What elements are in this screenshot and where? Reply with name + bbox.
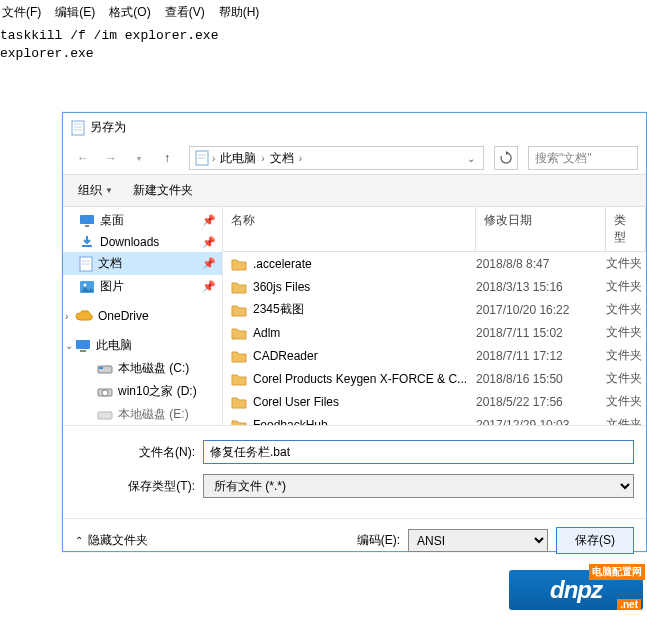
file-name: 2345截图 — [253, 301, 304, 318]
dialog-title-bar: 另存为 — [63, 113, 646, 142]
file-row[interactable]: FeedbackHub2017/12/29 10:03文件夹 — [223, 413, 646, 425]
menu-edit[interactable]: 编辑(E) — [55, 4, 95, 21]
refresh-button[interactable] — [494, 146, 518, 170]
file-name: Adlm — [253, 326, 280, 340]
svg-rect-16 — [80, 350, 86, 352]
chevron-down-icon: ⌄ — [65, 340, 73, 351]
list-header: 名称 修改日期 类型 — [223, 207, 646, 252]
folder-icon — [231, 395, 247, 409]
file-type: 文件夹 — [606, 347, 646, 364]
watermark-net: .net — [617, 599, 641, 610]
svg-rect-18 — [99, 367, 103, 369]
col-name[interactable]: 名称 — [223, 207, 476, 251]
sidebar-item-label: 文档 — [98, 255, 122, 272]
file-type: 文件夹 — [606, 393, 646, 410]
sidebar-item-this-pc[interactable]: ⌄ 此电脑 — [63, 334, 222, 357]
desktop-icon — [79, 214, 95, 228]
encoding-select[interactable]: ANSI — [408, 529, 548, 552]
hide-folders-toggle[interactable]: ⌃ 隐藏文件夹 — [75, 532, 148, 549]
file-date: 2018/5/22 17:56 — [476, 395, 606, 409]
file-date: 2018/7/11 15:02 — [476, 326, 606, 340]
chevron-up-icon: ⌃ — [75, 535, 83, 546]
col-type[interactable]: 类型 — [606, 207, 646, 251]
filetype-select[interactable]: 所有文件 (*.*) — [203, 474, 634, 498]
search-input[interactable]: 搜索"文档" — [528, 146, 638, 170]
sidebar-item-drive-e[interactable]: 本地磁盘 (E:) — [63, 403, 222, 425]
toolbar: 组织▼ 新建文件夹 — [63, 174, 646, 207]
file-row[interactable]: CADReader2018/7/11 17:12文件夹 — [223, 344, 646, 367]
file-type: 文件夹 — [606, 416, 646, 425]
folder-icon — [231, 303, 247, 317]
file-list: 名称 修改日期 类型 .accelerate2018/8/8 8:47文件夹36… — [223, 207, 646, 425]
file-row[interactable]: 360js Files2018/3/13 15:16文件夹 — [223, 275, 646, 298]
file-row[interactable]: 2345截图2017/10/20 16:22文件夹 — [223, 298, 646, 321]
menu-format[interactable]: 格式(O) — [109, 4, 150, 21]
sidebar-item-pictures[interactable]: 图片 📌 — [63, 275, 222, 298]
recent-dropdown[interactable]: ▾ — [127, 146, 151, 170]
file-type: 文件夹 — [606, 324, 646, 341]
computer-icon — [75, 339, 91, 353]
menu-help[interactable]: 帮助(H) — [219, 4, 260, 21]
file-date: 2017/10/20 16:22 — [476, 303, 606, 317]
document-icon — [195, 150, 209, 166]
folder-icon — [231, 372, 247, 386]
file-row[interactable]: Corel Products Keygen X-FORCE & C...2018… — [223, 367, 646, 390]
notepad-menu: 文件(F) 编辑(E) 格式(O) 查看(V) 帮助(H) — [0, 0, 647, 25]
form-area: 文件名(N): 保存类型(T): 所有文件 (*.*) — [63, 426, 646, 518]
file-type: 文件夹 — [606, 370, 646, 387]
col-date[interactable]: 修改日期 — [476, 207, 606, 251]
svg-rect-8 — [85, 225, 89, 227]
drive-icon — [97, 386, 113, 398]
cloud-icon — [75, 310, 93, 322]
watermark-logo: 电脑配置网 dnpz .net — [509, 570, 643, 610]
address-bar[interactable]: › 此电脑 › 文档 › ⌄ — [189, 146, 484, 170]
svg-rect-0 — [72, 121, 84, 135]
organize-button[interactable]: 组织▼ — [73, 179, 118, 202]
file-date: 2017/12/29 10:03 — [476, 418, 606, 426]
picture-icon — [79, 280, 95, 294]
sidebar-item-drive-c[interactable]: 本地磁盘 (C:) — [63, 357, 222, 380]
pin-icon: 📌 — [202, 236, 216, 249]
back-button[interactable]: ← — [71, 146, 95, 170]
sidebar-item-documents[interactable]: 文档 📌 — [63, 252, 222, 275]
menu-view[interactable]: 查看(V) — [165, 4, 205, 21]
sidebar-item-label: 本地磁盘 (E:) — [118, 406, 189, 423]
dialog-title-text: 另存为 — [90, 119, 126, 136]
sidebar-item-onedrive[interactable]: › OneDrive — [63, 306, 222, 326]
watermark-text: dnpz — [550, 576, 602, 604]
sidebar-item-downloads[interactable]: Downloads 📌 — [63, 232, 222, 252]
sidebar-item-label: OneDrive — [98, 309, 149, 323]
menu-file[interactable]: 文件(F) — [2, 4, 41, 21]
save-button[interactable]: 保存(S) — [556, 527, 634, 554]
breadcrumb-documents[interactable]: 文档 — [265, 150, 299, 167]
sidebar-item-drive-d[interactable]: win10之家 (D:) — [63, 380, 222, 403]
search-placeholder: 搜索"文档" — [535, 150, 592, 167]
folder-icon — [231, 349, 247, 363]
address-dropdown[interactable]: ⌄ — [461, 153, 481, 164]
drive-icon — [97, 363, 113, 375]
filetype-label: 保存类型(T): — [123, 478, 203, 495]
drive-icon — [97, 409, 113, 421]
file-name: FeedbackHub — [253, 418, 328, 426]
file-name: Corel Products Keygen X-FORCE & C... — [253, 372, 467, 386]
new-folder-button[interactable]: 新建文件夹 — [128, 179, 198, 202]
file-name: CADReader — [253, 349, 318, 363]
pin-icon: 📌 — [202, 257, 216, 270]
file-row[interactable]: .accelerate2018/8/8 8:47文件夹 — [223, 252, 646, 275]
file-row[interactable]: Adlm2018/7/11 15:02文件夹 — [223, 321, 646, 344]
sidebar-item-label: 此电脑 — [96, 337, 132, 354]
breadcrumb-this-pc[interactable]: 此电脑 — [215, 150, 261, 167]
folder-icon — [231, 257, 247, 271]
file-date: 2018/3/13 15:16 — [476, 280, 606, 294]
filename-input[interactable] — [203, 440, 634, 464]
document-icon — [71, 120, 85, 136]
sidebar-item-label: 桌面 — [100, 212, 124, 229]
file-row[interactable]: Corel User Files2018/5/22 17:56文件夹 — [223, 390, 646, 413]
sidebar-item-desktop[interactable]: 桌面 📌 — [63, 209, 222, 232]
forward-button[interactable]: → — [99, 146, 123, 170]
document-icon — [79, 256, 93, 272]
up-button[interactable]: ↑ — [155, 146, 179, 170]
svg-rect-15 — [76, 340, 90, 349]
notepad-text-content[interactable]: taskkill /f /im explorer.exe explorer.ex… — [0, 25, 647, 64]
file-name: Corel User Files — [253, 395, 339, 409]
